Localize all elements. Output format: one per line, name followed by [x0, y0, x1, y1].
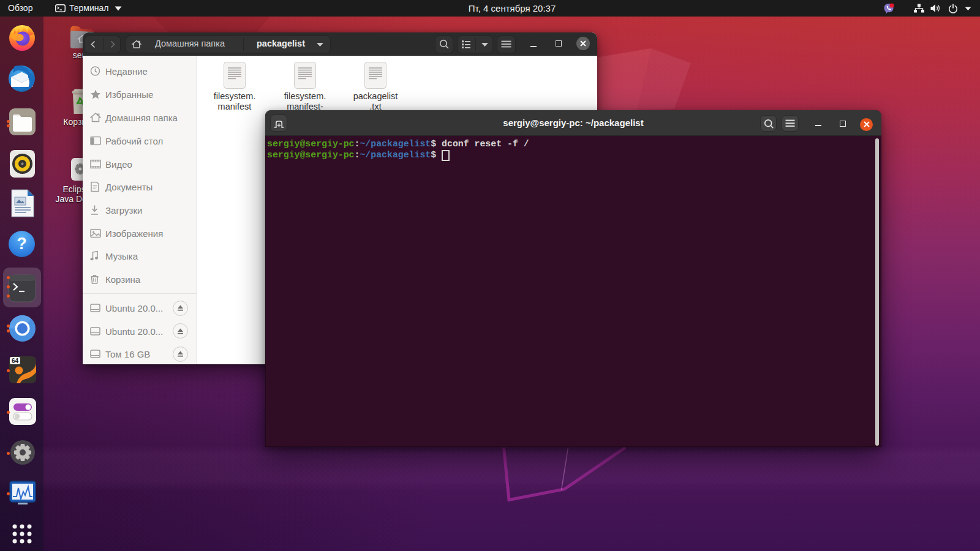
svg-text:?: ?	[17, 234, 27, 253]
svg-text:64: 64	[12, 358, 19, 364]
